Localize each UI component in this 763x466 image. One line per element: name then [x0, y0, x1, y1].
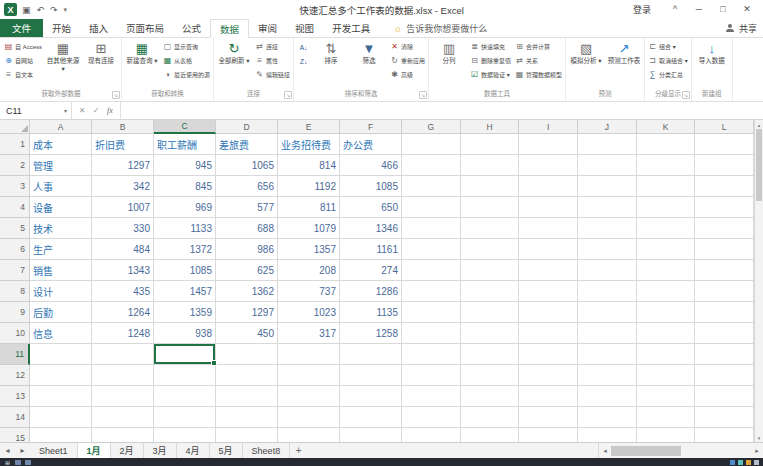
cell-G2[interactable]	[402, 155, 461, 176]
cell-A7[interactable]: 销售	[30, 260, 92, 281]
name-box-dropdown-icon[interactable]: ▾	[60, 107, 71, 114]
from-text-button[interactable]: ≡自文本	[3, 67, 43, 81]
cell-A4[interactable]: 设备	[30, 197, 92, 218]
cell-H15[interactable]	[461, 428, 520, 442]
cell-J14[interactable]	[578, 407, 637, 428]
cell-J1[interactable]	[578, 134, 637, 155]
cell-K12[interactable]	[637, 365, 696, 386]
cell-C2[interactable]: 945	[154, 155, 216, 176]
cell-D8[interactable]: 1362	[216, 281, 278, 302]
tray-icon[interactable]	[730, 460, 735, 465]
cell-C1[interactable]: 职工薪酬	[154, 134, 216, 155]
tray-icon[interactable]	[746, 460, 751, 465]
qat-customize-button[interactable]: ▾	[64, 6, 68, 14]
horizontal-scrollbar-track[interactable]	[611, 443, 751, 458]
cell-D5[interactable]: 688	[216, 218, 278, 239]
cell-H8[interactable]	[461, 281, 520, 302]
cell-L9[interactable]	[695, 302, 754, 323]
col-header-E[interactable]: E	[278, 120, 340, 134]
cell-F10[interactable]: 1258	[340, 323, 402, 344]
cell-F6[interactable]: 1161	[340, 239, 402, 260]
tray-icon[interactable]	[738, 460, 743, 465]
cell-A2[interactable]: 管理	[30, 155, 92, 176]
cell-K5[interactable]	[637, 218, 696, 239]
group-button[interactable]: ⊏组合 ▾	[647, 39, 689, 53]
sort-asc-button[interactable]: A↓	[296, 41, 311, 54]
cell-C3[interactable]: 845	[154, 176, 216, 197]
cell-H4[interactable]	[461, 197, 520, 218]
cell-I3[interactable]	[519, 176, 578, 197]
cell-A14[interactable]	[30, 407, 92, 428]
cell-G12[interactable]	[402, 365, 461, 386]
name-box[interactable]: C11 ▾	[0, 102, 72, 119]
cell-G6[interactable]	[402, 239, 461, 260]
cell-L5[interactable]	[695, 218, 754, 239]
minimize-button[interactable]: ─	[687, 0, 711, 19]
cell-I12[interactable]	[519, 365, 578, 386]
cell-J3[interactable]	[578, 176, 637, 197]
undo-button[interactable]: ↶	[37, 5, 45, 15]
sheet-next-button[interactable]: ▸	[15, 443, 30, 458]
advanced-button[interactable]: ✱高级	[389, 67, 426, 81]
cell-D12[interactable]	[216, 365, 278, 386]
row-header-10[interactable]: 10	[0, 323, 30, 344]
tab-page-layout[interactable]: 页面布局	[117, 19, 173, 37]
cell-F7[interactable]: 274	[340, 260, 402, 281]
cell-I14[interactable]	[519, 407, 578, 428]
cell-J15[interactable]	[578, 428, 637, 442]
sheet-tab-Sheet1[interactable]: Sheet1	[30, 443, 78, 458]
cell-K1[interactable]	[637, 134, 696, 155]
cell-I2[interactable]	[519, 155, 578, 176]
col-header-L[interactable]: L	[695, 120, 754, 134]
sheet-tab-2月[interactable]: 2月	[111, 443, 144, 458]
cell-E13[interactable]	[278, 386, 340, 407]
ungroup-button[interactable]: ⊐取消组合 ▾	[647, 53, 689, 67]
cell-D14[interactable]	[216, 407, 278, 428]
cell-C10[interactable]: 938	[154, 323, 216, 344]
cell-K14[interactable]	[637, 407, 696, 428]
cell-E10[interactable]: 317	[278, 323, 340, 344]
cell-C7[interactable]: 1085	[154, 260, 216, 281]
cell-F12[interactable]	[340, 365, 402, 386]
cell-H7[interactable]	[461, 260, 520, 281]
col-header-F[interactable]: F	[340, 120, 402, 134]
cell-G14[interactable]	[402, 407, 461, 428]
col-header-D[interactable]: D	[216, 120, 278, 134]
sheet-tab-1月[interactable]: 1月	[78, 443, 111, 458]
cell-B8[interactable]: 435	[92, 281, 154, 302]
tab-view[interactable]: 视图	[286, 19, 323, 37]
dialog-launcher-button[interactable]: ↘	[284, 91, 292, 99]
cell-C6[interactable]: 1372	[154, 239, 216, 260]
cell-L8[interactable]	[695, 281, 754, 302]
cell-K8[interactable]	[637, 281, 696, 302]
cell-B3[interactable]: 342	[92, 176, 154, 197]
cell-J4[interactable]	[578, 197, 637, 218]
start-button[interactable]: ⊞	[4, 459, 11, 465]
tab-data[interactable]: 数据	[210, 19, 249, 38]
cell-A8[interactable]: 设计	[30, 281, 92, 302]
cell-G1[interactable]	[402, 134, 461, 155]
cell-B5[interactable]: 330	[92, 218, 154, 239]
cell-C9[interactable]: 1359	[154, 302, 216, 323]
cell-G13[interactable]	[402, 386, 461, 407]
cell-L12[interactable]	[695, 365, 754, 386]
cell-D11[interactable]	[216, 344, 278, 365]
cell-G4[interactable]	[402, 197, 461, 218]
row-header-5[interactable]: 5	[0, 218, 30, 239]
cell-F8[interactable]: 1286	[340, 281, 402, 302]
cell-G11[interactable]	[402, 344, 461, 365]
existing-connections-button[interactable]: ⊞现有连接	[83, 39, 119, 65]
horizontal-scrollbar-thumb[interactable]	[611, 446, 681, 456]
cell-J6[interactable]	[578, 239, 637, 260]
cell-K9[interactable]	[637, 302, 696, 323]
cell-E12[interactable]	[278, 365, 340, 386]
cell-L15[interactable]	[695, 428, 754, 442]
cell-J8[interactable]	[578, 281, 637, 302]
cell-E9[interactable]: 1023	[278, 302, 340, 323]
cell-G9[interactable]	[402, 302, 461, 323]
cell-L14[interactable]	[695, 407, 754, 428]
cell-C11[interactable]	[154, 344, 216, 365]
cell-J9[interactable]	[578, 302, 637, 323]
cell-F14[interactable]	[340, 407, 402, 428]
forecast-sheet-button[interactable]: ↗预测工作表	[606, 39, 642, 65]
